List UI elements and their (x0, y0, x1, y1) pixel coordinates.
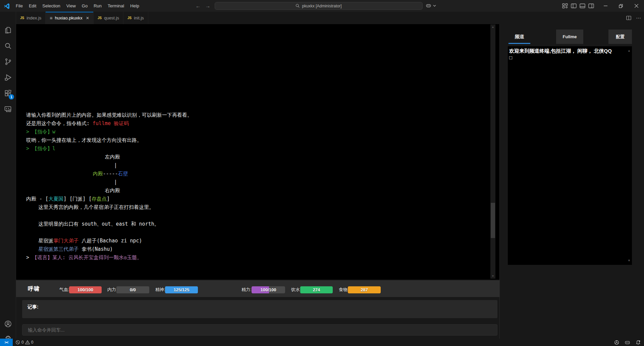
stat-bar: 274 (300, 286, 333, 293)
error-count: 0 (21, 340, 24, 345)
sidebar-item-explorer[interactable] (0, 22, 16, 38)
scroll-down-icon[interactable]: ▼ (490, 275, 495, 278)
terminal-text-segment: 大夏国 (48, 196, 63, 202)
history-back-icon[interactable]: ← (196, 3, 201, 9)
character-name: 呼啸 (28, 285, 40, 293)
notes-label: 记事: (28, 304, 39, 310)
problems-indicator[interactable]: 0 0 (15, 340, 33, 345)
terminal-line: 内殿-----石壁 (26, 170, 192, 178)
terminal-line: 内殿 - [大夏国] [门派] [存盘点] (26, 195, 192, 203)
remote-indicator[interactable]: >< (0, 339, 13, 346)
terminal-text-segment: 拿书(Nashu) (78, 246, 113, 252)
toggle-sidebar-icon[interactable] (571, 3, 577, 8)
active-tab-indicator (508, 43, 530, 44)
terminal-text-segment: 【谣言】某人: 云风长开宝盒得到一颗水◎玉髓。 (32, 254, 142, 261)
terminal-text-segment: 这里天秀宫的内殿，几个星宿弟子正在打扫着这里。 (38, 204, 154, 210)
tab-index-js[interactable]: JS index.js (16, 12, 46, 24)
account-icon (4, 320, 12, 328)
scroll-up-icon[interactable]: ▲ (628, 49, 631, 52)
terminal-line: > 【指令】w (26, 128, 192, 136)
sidebar-item-search[interactable] (0, 38, 16, 54)
terminal-line: 还是用这个命令，指令格式: fullme 验证码 (26, 119, 192, 128)
menu-help[interactable]: Help (127, 0, 142, 12)
stat-value: 100/100 (252, 286, 285, 293)
search-icon (4, 42, 12, 50)
sidebar-item-source-control[interactable] (0, 54, 16, 69)
files-icon (4, 26, 12, 34)
terminal-text-segment: 哎哟，你一头撞在墙上，才发现这个方向没有出路。 (26, 137, 142, 143)
status-strip: 呼啸 气血:100/100内力:0/0精神:125/125精力:100/100饮… (16, 280, 499, 297)
tab-init-js[interactable]: JS init.js (123, 12, 148, 24)
command-input[interactable] (22, 324, 497, 336)
activity-bar: 1 ⚙ (0, 12, 16, 339)
tab-config[interactable]: 配置 (608, 30, 632, 44)
menu-run[interactable]: Run (91, 0, 105, 12)
channel-panel: 频道 Fullme 配置 欢迎来到频道终端,包括江湖， 闲聊， 北侠QQ□ ▲ … (499, 24, 644, 339)
copilot-menu[interactable] (425, 2, 436, 9)
minimize-button[interactable] (598, 0, 613, 12)
history-forward-icon[interactable]: → (205, 3, 210, 9)
account-button[interactable] (0, 316, 16, 332)
terminal-output: 请输入你看到的图片上的内容。如果感觉难以识别，可以刷新一下再看看。还是用这个命令… (26, 111, 192, 262)
command-center[interactable]: pkuxkx [Administrator] (215, 2, 423, 10)
toggle-panel-icon[interactable] (580, 3, 585, 8)
terminal-line: 星宿派掌门大弟子 八超子(Bachao zi npc) (26, 237, 192, 245)
copilot-icon (425, 2, 432, 9)
menu-file[interactable]: File (13, 0, 26, 12)
menu-edit[interactable]: Edit (26, 0, 39, 12)
scrollbar-thumb[interactable] (491, 203, 495, 238)
restore-button[interactable] (613, 0, 629, 12)
terminal-line: > 【指令】l (26, 145, 192, 153)
terminal-text-segment: 星宿派第三代弟子 (38, 246, 78, 252)
scroll-down-icon[interactable]: ▼ (628, 259, 631, 262)
more-actions-icon[interactable]: ⋯ (636, 15, 641, 21)
stat-label: 精神: (155, 287, 165, 293)
terminal-text-segment: 内殿 - [ (26, 196, 48, 202)
sidebar-item-extensions[interactable]: 1 (0, 85, 16, 101)
game-client-icon (4, 105, 12, 113)
channel-welcome-text: 欢迎来到频道终端,包括江湖， 闲聊， 北侠QQ□ (508, 46, 632, 61)
close-window-button[interactable] (629, 0, 644, 12)
vscode-logo (3, 3, 10, 9)
extensions-badge: 1 (9, 94, 14, 100)
menu-terminal[interactable]: Terminal (105, 0, 127, 12)
custom-editor-icon: ≡ (50, 15, 52, 21)
source-control-icon (4, 58, 12, 66)
sidebar-item-run-debug[interactable] (0, 70, 16, 85)
terminal-scrollbar[interactable]: ▲ ▼ (490, 24, 495, 279)
bell-icon[interactable] (636, 340, 641, 345)
menu-selection[interactable]: Selection (39, 0, 63, 12)
tab-label: huxiao.pkuxkx (55, 15, 82, 20)
sidebar-item-game-client[interactable] (0, 101, 16, 117)
tab-fullme[interactable]: Fullme (556, 30, 583, 44)
stat-bar: 125/125 (165, 286, 198, 293)
menu-view[interactable]: View (63, 0, 79, 12)
tab-quest-js[interactable]: JS quest.js (94, 12, 123, 24)
scroll-up-icon[interactable]: ▲ (490, 25, 495, 28)
status-extension-icon[interactable] (614, 340, 619, 345)
stat-value: 274 (300, 286, 333, 293)
editor-tabs: JS index.js ≡ huxiao.pkuxkx ✕ JS quest.j… (16, 12, 644, 24)
tab-label: quest.js (104, 15, 119, 20)
terminal-text-segment: ] [门派] [ (63, 196, 92, 202)
status-bar: >< 0 0 (0, 339, 644, 346)
stat-label: 精力: (241, 287, 252, 293)
tab-label: index.js (26, 15, 41, 20)
error-icon (15, 340, 20, 345)
terminal-text-segment: 这里明显的出口有 south、out、east 和 north。 (38, 221, 159, 227)
terminal-line: | (26, 161, 192, 170)
close-tab-icon[interactable]: ✕ (86, 16, 89, 20)
tab-huxiao-pkuxkx[interactable]: ≡ huxiao.pkuxkx ✕ (46, 12, 94, 24)
split-editor-icon[interactable] (626, 16, 631, 20)
customize-layout-icon[interactable] (562, 3, 568, 8)
tab-channel[interactable]: 频道 (508, 30, 530, 44)
terminal-line: 这里明显的出口有 south、out、east 和 north。 (26, 220, 192, 228)
terminal-text-segment: ] (107, 196, 110, 202)
title-bar: File Edit Selection View Go Run Terminal… (0, 0, 644, 12)
vscode-window: File Edit Selection View Go Run Terminal… (0, 0, 644, 346)
toggle-secondary-sidebar-icon[interactable] (588, 3, 594, 8)
menu-go[interactable]: Go (79, 0, 91, 12)
copilot-icon[interactable] (625, 340, 630, 345)
terminal-text-segment: | (114, 179, 117, 185)
terminal-text-segment: ----- (103, 171, 118, 177)
